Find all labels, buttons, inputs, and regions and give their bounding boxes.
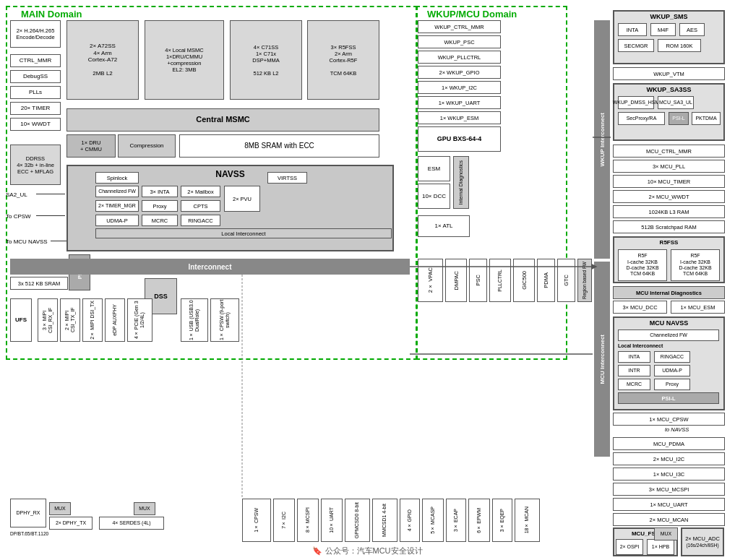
inta-sms-label: INTA: [627, 27, 639, 33]
timer-block: 20× TIMER: [10, 102, 61, 115]
virtss-label: VIRTSS: [278, 175, 297, 181]
pcie-block: 4× PCIE (Gen 3 1/2/4L): [127, 298, 152, 342]
to-cpsw-arrow: [36, 215, 65, 216]
eqep-block: 3× EQEP: [492, 499, 512, 542]
mcu-dcc-label: 3× MCU_DCC: [622, 304, 657, 311]
mcu-psi-l-label: PSI-L: [661, 395, 675, 402]
i2c-bottom-label: 7× I2C: [281, 512, 287, 529]
mcu-navss-box: MCU NAVSS Channelized FW Local Interconn…: [613, 316, 725, 410]
sa2-ul-label: SA2_UL: [6, 191, 27, 198]
ddrss-label: DDRSS4× 32b + in-lineECC + MFLAG: [17, 155, 54, 175]
secmgr-label: SECMGR: [624, 43, 648, 49]
mcu-scratch-label: 512B Scratchpad RAM: [641, 224, 696, 231]
mcspi-bottom-block: 8× MCSPI: [297, 499, 319, 542]
mcu-proxy-label: Proxy: [666, 382, 679, 387]
secproxy-block: SecProxy/RA: [618, 112, 665, 125]
mcu-ringacc-block: RINGACC: [654, 351, 690, 363]
main-domain-label: MAIN Domain: [18, 9, 85, 20]
mcu-psi-l-block: PSI-L: [618, 392, 719, 404]
wkup-esm-label: 1× WKUP_ESM: [440, 115, 479, 121]
vpac-label: 2× VPAC: [427, 267, 434, 293]
r5fss-mcu-box: R5FSS R5F I-cache 32KB D-cache 32KB TCM …: [613, 236, 725, 283]
debugss-label: DebugSS: [23, 73, 48, 80]
mux2-block: MUX: [134, 502, 155, 515]
mcu-local-ic-label: Local Interconnect: [618, 343, 663, 349]
plls-label: PLLs: [29, 89, 42, 96]
mcu-pll-label: 3× MCU_PLL: [653, 163, 685, 170]
dphy-tx-block: 2× DPHY_TX: [49, 517, 93, 530]
main-interconnect-label: Interconnect: [188, 263, 231, 271]
region-fw-label: Region based FW: [582, 262, 588, 299]
to-cpsw-label: To CPSW: [6, 213, 31, 220]
gpmc-label: GPMCSD0 8-bit: [354, 502, 360, 538]
secmgr-block: SECMGR: [618, 39, 654, 52]
mcu-udmap-block: UDMA-P: [654, 365, 690, 376]
mcu-uart-label: 1× MCU_UART: [650, 501, 687, 508]
edp-label: eDP AUXPHY: [112, 304, 118, 336]
r5f1-label: R5F I-cache 32KB D-cache 32KB TCM 64KB: [626, 253, 658, 277]
c71ss-block: 4× C71SS1× C71xDSP+MMA512 KB L2: [230, 20, 302, 100]
pdma-label: PDMA: [543, 272, 549, 288]
wkup-i2c-block: 1× WKUP_I2C: [418, 81, 501, 94]
h264-block: 2× H.264/H.265 Encode/Decode: [10, 20, 61, 48]
mcu-l3-block: 1024KB L3 RAM: [613, 205, 725, 218]
pvu-block: 2× PVU: [224, 186, 260, 212]
a72ss-label: 2× A72SS4× ArmCortex-A722MB L2: [88, 43, 117, 77]
dp-bt-label: DP/BT.65/BT.1120: [10, 531, 48, 536]
inta-block: 3× INTA: [142, 186, 178, 197]
timer-label: 20× TIMER: [21, 105, 51, 112]
wkup-i2c-label: 1× WKUP_I2C: [442, 85, 477, 91]
gic500-label: GIC500: [521, 271, 528, 290]
rom160k-block: ROM 160K: [658, 39, 701, 52]
to-mcu-navss-arrow: [51, 241, 66, 241]
mcu-esm-block: 1× MCU_ESM: [671, 301, 725, 314]
gpu-label: GPU BXS-64-4: [437, 135, 482, 143]
mcu-mcan-label: 2× MCU_MCAN: [650, 517, 689, 523]
gpio-bottom-label: 4× GPIO: [407, 509, 413, 531]
aes-block: AES: [679, 23, 705, 36]
sram3x-label: 3x 512 KB SRAM: [18, 280, 60, 287]
mcu-i3c-label: 1× MCU_I3C: [653, 471, 685, 478]
r5f1-block: R5F I-cache 32KB D-cache 32KB TCM 64KB: [618, 249, 667, 281]
serdes-label: 4× SERDES (4L): [112, 520, 150, 526]
mcu-wwdt-block: 2× MCU_WWDT: [613, 190, 725, 203]
dphy-rx-label: DPHY_RX: [16, 510, 40, 516]
serdes-block: 4× SERDES (4L): [99, 517, 164, 530]
wkup-ctrl-mmr-block: WKUP_CTRL_MMR: [418, 20, 501, 33]
mcu-adc-label: 2× MCU_ADC (16s/24ch/8SH): [685, 535, 720, 548]
mcu-inta-label: INTA: [629, 354, 640, 360]
mipi-csi-tx-label: 2× MIPI CSI_TX_IF: [64, 299, 77, 341]
ctrl-mmr-label: CTRL_MMR: [20, 57, 51, 64]
mcu-chan-fw-block: Channelized FW: [618, 329, 719, 341]
wkup-gpio-block: 2× WKUP_GPIO: [418, 66, 501, 79]
mcu-sa3-block: MCU_SA3_UL: [658, 96, 694, 109]
mcu-intr-label: INTR: [628, 368, 640, 374]
pllctrl-label: PLLCTRL: [497, 270, 503, 292]
mcu-adc-box: 2× MCU_ADC (16s/24ch/8SH): [681, 527, 724, 556]
ringacc-label: RINGACC: [188, 217, 213, 224]
mmcsd-block: MMCSD1 4-bit: [372, 499, 397, 542]
wkup-vtm-block: WKUP_VTM: [613, 67, 725, 80]
udmap-label: UDMA-P: [106, 217, 128, 224]
edp-block: eDP AUXPHY: [105, 298, 125, 342]
gtc-block: GTC: [557, 259, 575, 302]
mcu-navss-title: MCU NAVSS: [650, 319, 688, 327]
main-interconnect-bar: Interconnect: [10, 259, 410, 275]
mipi-dsi-label: 2× MIPI DSI_TX: [90, 301, 95, 340]
mcu-intr-block: INTR: [618, 365, 650, 376]
mcu-i2c-block: 2× MCU_I2C: [613, 452, 725, 465]
mcu-timer-block: 10× MCU_TIMER: [613, 175, 725, 188]
mcu-cpsw-label: 1× MCU_CPSW: [649, 416, 688, 423]
mux1-label: MUX: [54, 506, 66, 512]
central-msmc-label: Central MSMC: [196, 115, 250, 124]
psi-l-sa3-label: PSI-L: [672, 116, 685, 121]
mux1-block: MUX: [49, 502, 71, 515]
hpb-block: 1× HPB: [647, 539, 674, 555]
vpac-block: 2× VPAC: [418, 259, 443, 302]
r5fss-main-block: 3× R5FSS2× ArmCortex-R5FTCM 64KB: [307, 20, 379, 100]
pvu-label: 2× PVU: [233, 196, 252, 202]
dru-cmmu-label: 1× DRU+ CMMU: [80, 139, 102, 152]
rom160k-label: ROM 160K: [666, 43, 692, 49]
wkup-sa3ss-box: WKUP_SA3SS WKUP_DMSS_HSM MCU_SA3_UL SecP…: [613, 83, 725, 141]
wkup-uart-label: 1× WKUP_UART: [439, 100, 481, 106]
